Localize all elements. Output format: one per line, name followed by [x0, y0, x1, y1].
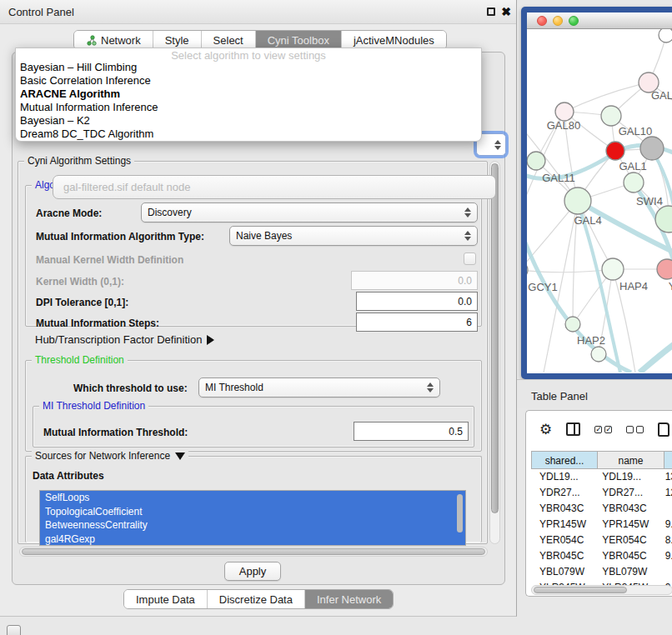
- network-node-label: GAL10: [619, 125, 652, 138]
- tab-impute-data[interactable]: Impute Data: [124, 590, 208, 608]
- deselect-all-checkboxes-icon[interactable]: [626, 426, 644, 433]
- data-attributes-list[interactable]: SelfLoopsTopologicalCoefficientBetweenne…: [39, 490, 466, 546]
- table-panel-title: Table Panel: [531, 390, 588, 402]
- settings-horizontal-scrollbar[interactable]: [19, 547, 488, 557]
- select-all-checkboxes-icon[interactable]: ✓✓: [594, 426, 612, 433]
- gear-icon[interactable]: ⚙: [539, 422, 552, 437]
- table-cell: YIL052C: [531, 596, 594, 597]
- close-traffic-light[interactable]: [537, 16, 547, 26]
- close-icon[interactable]: ✖: [501, 5, 511, 18]
- mi-algorithm-type-value: Naive Bayes: [236, 230, 292, 242]
- mi-threshold-label: Mutual Information Threshold:: [43, 427, 188, 438]
- network-node[interactable]: [564, 188, 591, 214]
- aracne-mode-label: Aracne Mode:: [36, 208, 102, 219]
- network-node-label: HAP4: [619, 280, 648, 292]
- tab-style[interactable]: Style: [153, 31, 202, 49]
- table-cell: YPR145W: [531, 517, 594, 532]
- expanded-arrow-icon: [175, 452, 185, 460]
- combo-arrows-icon: [464, 208, 471, 218]
- list-scrollbar[interactable]: [457, 494, 463, 532]
- manual-kernel-width-checkbox[interactable]: [464, 252, 476, 265]
- scrollbar-thumb[interactable]: [22, 548, 485, 555]
- algorithm-option[interactable]: Bayesian – K2: [16, 114, 481, 128]
- hub-definition-label: Hub/Transcription Factor Definition: [35, 333, 202, 346]
- float-window-icon[interactable]: [487, 8, 495, 16]
- algorithm-option[interactable]: ARACNE Algorithm: [16, 88, 481, 101]
- network-node[interactable]: [565, 317, 580, 332]
- network-nodes: GALGAL80GAL10GAL1GAL11SWI4GAL4GCY1HAP4YH…: [527, 29, 672, 362]
- tab-infer-network[interactable]: Infer Network: [305, 590, 393, 608]
- zoom-traffic-light[interactable]: [569, 16, 579, 26]
- table-horizontal-scrollbar[interactable]: [531, 585, 672, 595]
- tab-label: Impute Data: [136, 593, 195, 606]
- table-cell: YBR043C: [594, 501, 656, 517]
- table-row[interactable]: YBL079WYBL079W: [531, 564, 672, 580]
- network-node[interactable]: [655, 206, 672, 232]
- table-row[interactable]: YDL19...YDL19...13: [531, 469, 672, 485]
- table-row[interactable]: YDR27...YDR27...12: [531, 485, 672, 501]
- panel-corner-icon[interactable]: [7, 625, 21, 635]
- network-node[interactable]: [640, 137, 664, 160]
- algorithm-option[interactable]: Bayesian – Hill Climbing: [16, 61, 481, 74]
- hub-definition-toggle[interactable]: Hub/Transcription Factor Definition: [35, 333, 214, 346]
- attribute-list-item[interactable]: TopologicalCoefficient: [40, 505, 465, 519]
- column-header[interactable]: [664, 451, 672, 469]
- mi-algorithm-type-select[interactable]: Naive Bayes: [229, 226, 478, 246]
- network-node[interactable]: [659, 29, 672, 42]
- tab-cyni-toolbox[interactable]: Cyni Toolbox: [256, 31, 342, 49]
- kernel-width-field[interactable]: 0.0: [351, 271, 478, 290]
- column-header[interactable]: shared...: [531, 451, 598, 469]
- network-node[interactable]: [601, 106, 621, 126]
- table-cell: 9.: [657, 596, 672, 597]
- network-graph[interactable]: GALGAL80GAL10GAL1GAL11SWI4GAL4GCY1HAP4YH…: [527, 29, 672, 372]
- mi-steps-field[interactable]: 6: [356, 312, 478, 332]
- column-header[interactable]: name: [598, 451, 664, 469]
- algorithm-dropdown: Select algorithm to view settings Bayesi…: [15, 48, 482, 142]
- table-row[interactable]: YBR043CYBR043C: [531, 501, 672, 517]
- tab-label: jActiveMNodules: [354, 34, 434, 47]
- tab-discretize-data[interactable]: Discretize Data: [208, 590, 305, 608]
- minimize-traffic-light[interactable]: [553, 16, 563, 26]
- network-node[interactable]: [527, 262, 528, 278]
- columns-icon[interactable]: [566, 422, 580, 436]
- tab-jactivemnodules[interactable]: jActiveMNodules: [342, 31, 446, 49]
- tab-select[interactable]: Select: [202, 31, 256, 49]
- table-cell: 8.: [657, 532, 672, 548]
- apply-button[interactable]: Apply: [224, 562, 281, 581]
- group-title: MI Threshold Definition: [39, 400, 148, 412]
- network-node[interactable]: [606, 142, 624, 160]
- sources-toggle[interactable]: Sources for Network Inference: [32, 450, 188, 462]
- tab-network[interactable]: Network: [74, 31, 153, 49]
- table-cell: [657, 564, 672, 580]
- algorithm-option[interactable]: Mutual Information Inference: [16, 101, 481, 114]
- mi-threshold-field[interactable]: 0.5: [354, 422, 469, 441]
- table-row[interactable]: YBR045CYBR045C9.: [531, 548, 672, 564]
- table-row[interactable]: YER054CYER054C8.: [531, 532, 672, 548]
- table-data-combobox[interactable]: gal-filtered.sif default node: [53, 175, 496, 199]
- table-cell: YBL079W: [531, 564, 594, 580]
- settings-vertical-scrollbar[interactable]: [489, 161, 500, 544]
- scrollbar-thumb[interactable]: [534, 587, 627, 593]
- attribute-list-item[interactable]: gal4RGexp: [40, 532, 465, 547]
- scrollbar-thumb[interactable]: [491, 163, 499, 513]
- document-icon[interactable]: [658, 422, 669, 437]
- network-node[interactable]: [591, 347, 606, 362]
- attribute-list-item[interactable]: SelfLoops: [40, 491, 465, 505]
- table-cell: YDR27...: [531, 485, 594, 501]
- network-node-label: GAL: [651, 89, 672, 102]
- network-node[interactable]: [527, 152, 545, 170]
- network-node[interactable]: [624, 172, 644, 192]
- network-node[interactable]: [555, 102, 574, 121]
- network-node[interactable]: [657, 259, 672, 279]
- combo-arrows-icon: [427, 382, 434, 392]
- aracne-mode-select[interactable]: Discovery: [141, 202, 478, 222]
- table-row[interactable]: YIL052CYIL052C9.: [531, 596, 672, 597]
- dpi-tolerance-field[interactable]: 0.0: [356, 292, 478, 311]
- attribute-list-item[interactable]: BetweennessCentrality: [40, 518, 465, 532]
- collapsed-arrow-icon: [207, 335, 214, 345]
- algorithm-option[interactable]: Dream8 DC_TDC Algorithm: [16, 128, 481, 141]
- which-threshold-select[interactable]: MI Threshold: [198, 378, 440, 398]
- algorithm-option[interactable]: Basic Correlation Inference: [16, 74, 481, 88]
- network-node[interactable]: [602, 258, 624, 280]
- table-row[interactable]: YPR145WYPR145W9.: [531, 517, 672, 532]
